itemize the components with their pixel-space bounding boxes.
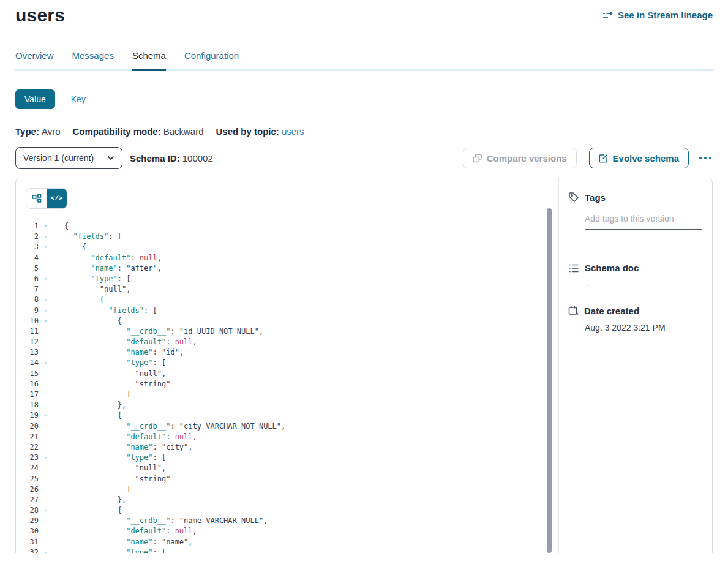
- code-text: },: [53, 400, 126, 410]
- compare-versions-button[interactable]: Compare versions: [463, 148, 577, 168]
- line-number: 17: [16, 390, 39, 400]
- code-text: "__crdb__": "name VARCHAR NULL",: [53, 516, 268, 526]
- fold-spacer: [39, 442, 53, 453]
- line-number: 19: [16, 410, 39, 421]
- schema-doc-heading: Schema doc: [568, 263, 702, 273]
- compare-versions-label: Compare versions: [487, 153, 567, 164]
- code-text: ]: [53, 484, 130, 495]
- fold-icon[interactable]: ▾: [39, 410, 53, 421]
- gutter: 18: [16, 400, 53, 410]
- gutter: 19▾: [16, 410, 53, 421]
- key-toggle-button[interactable]: Key: [71, 94, 86, 104]
- date-created-title: Date created: [584, 306, 639, 316]
- schema-doc-title: Schema doc: [585, 263, 639, 273]
- code-line: 29 "__crdb__": "name VARCHAR NULL",: [16, 516, 558, 526]
- line-number: 9: [16, 306, 39, 316]
- code-text: "name": "id",: [53, 347, 184, 358]
- tab-schema[interactable]: Schema: [132, 50, 166, 71]
- see-in-stream-lineage-link[interactable]: See in Stream lineage: [602, 10, 713, 20]
- evolve-schema-label: Evolve schema: [613, 153, 679, 164]
- schema-page: users See in Stream lineage Overview Mes…: [0, 0, 728, 553]
- schema-id-label: Schema ID:: [130, 153, 180, 164]
- code-text: "name": "city",: [53, 442, 193, 453]
- code-view-button[interactable]: </>: [47, 189, 67, 208]
- fold-spacer: [39, 400, 53, 410]
- meta-topic: Used by topic:users: [216, 126, 304, 137]
- gutter: 8▾: [16, 295, 53, 305]
- gutter: 13: [16, 347, 53, 358]
- fold-spacer: [39, 495, 53, 505]
- code-line: 32▾ "type": [: [16, 548, 558, 553]
- code-text: "null",: [53, 284, 130, 295]
- schema-code-editor[interactable]: </> 1▾{2▾ "fields": [3▾ {4 "default": nu…: [16, 178, 558, 553]
- fold-icon[interactable]: ▾: [39, 505, 53, 516]
- fold-icon[interactable]: ▾: [39, 242, 53, 252]
- more-options-button[interactable]: [698, 153, 713, 163]
- fold-icon[interactable]: ▾: [39, 232, 53, 242]
- code-line: 23▾ "type": [: [16, 453, 558, 463]
- gutter: 32▾: [16, 548, 53, 553]
- tab-overview[interactable]: Overview: [15, 50, 54, 69]
- fold-icon[interactable]: ▾: [39, 274, 53, 284]
- gutter: 4: [16, 253, 53, 263]
- edit-icon: [599, 154, 608, 163]
- fold-spacer: [39, 390, 53, 400]
- chevron-down-icon: [107, 156, 114, 160]
- editor-scrollbar[interactable]: [547, 208, 552, 553]
- code-line: 4 "default": null,: [16, 253, 558, 263]
- fold-icon[interactable]: ▾: [39, 548, 53, 553]
- line-number: 11: [16, 326, 39, 337]
- line-number: 32: [16, 548, 39, 553]
- page-header: users See in Stream lineage: [15, 0, 713, 26]
- version-select[interactable]: Version 1 (current): [15, 147, 122, 169]
- code-text: "type": [: [53, 453, 166, 463]
- fold-icon[interactable]: ▾: [39, 453, 53, 463]
- tab-messages[interactable]: Messages: [72, 50, 114, 69]
- line-number: 2: [16, 232, 39, 242]
- date-created-value: Aug. 3 2022 3:21 PM: [585, 323, 702, 333]
- line-number: 20: [16, 421, 39, 432]
- gutter: 9▾: [16, 306, 53, 316]
- fold-icon[interactable]: ▾: [39, 316, 53, 326]
- tags-input[interactable]: [585, 214, 702, 230]
- code-line: 31 "name": "name",: [16, 537, 558, 548]
- code-line: 12 "default": null,: [16, 337, 558, 347]
- code-line: 8▾ {: [16, 295, 558, 305]
- line-number: 28: [16, 505, 39, 516]
- code-text: "type": [: [53, 548, 166, 553]
- evolve-schema-button[interactable]: Evolve schema: [589, 148, 689, 168]
- code-text: "type": [: [53, 358, 166, 368]
- code-line: 21 "default": null,: [16, 432, 558, 442]
- code-line: 27 },: [16, 495, 558, 505]
- line-number: 23: [16, 453, 39, 463]
- code-line: 9▾ "fields": [: [16, 306, 558, 316]
- fold-icon[interactable]: ▾: [39, 306, 53, 316]
- code-line: 3▾ {: [16, 242, 558, 252]
- code-text: {: [53, 410, 122, 421]
- fold-spacer: [39, 463, 53, 473]
- value-toggle-button[interactable]: Value: [15, 89, 55, 109]
- code-line: 26 ]: [16, 484, 558, 495]
- line-number: 7: [16, 284, 39, 295]
- line-number: 14: [16, 358, 39, 368]
- topic-link[interactable]: users: [282, 126, 304, 137]
- gutter: 24: [16, 463, 53, 473]
- code-text: {: [53, 505, 122, 516]
- line-number: 6: [16, 274, 39, 284]
- fold-spacer: [39, 537, 53, 548]
- gutter: 26: [16, 484, 53, 495]
- tag-icon: [568, 192, 579, 203]
- fold-icon[interactable]: ▾: [39, 295, 53, 305]
- date-created-section: Date created Aug. 3 2022 3:21 PM: [568, 306, 702, 333]
- tab-configuration[interactable]: Configuration: [184, 50, 239, 69]
- sidebar-divider: [568, 246, 702, 246]
- compatibility-value: Backward: [163, 126, 204, 137]
- code-line: 5 "name": "after",: [16, 263, 558, 274]
- fold-icon[interactable]: ▾: [39, 358, 53, 368]
- gutter: 2▾: [16, 232, 53, 242]
- tree-view-button[interactable]: [26, 189, 47, 208]
- fold-icon[interactable]: ▾: [39, 221, 53, 232]
- gutter: 21: [16, 432, 53, 442]
- fold-spacer: [39, 421, 53, 432]
- code-line: 20 "__crdb__": "city VARCHAR NOT NULL",: [16, 421, 558, 432]
